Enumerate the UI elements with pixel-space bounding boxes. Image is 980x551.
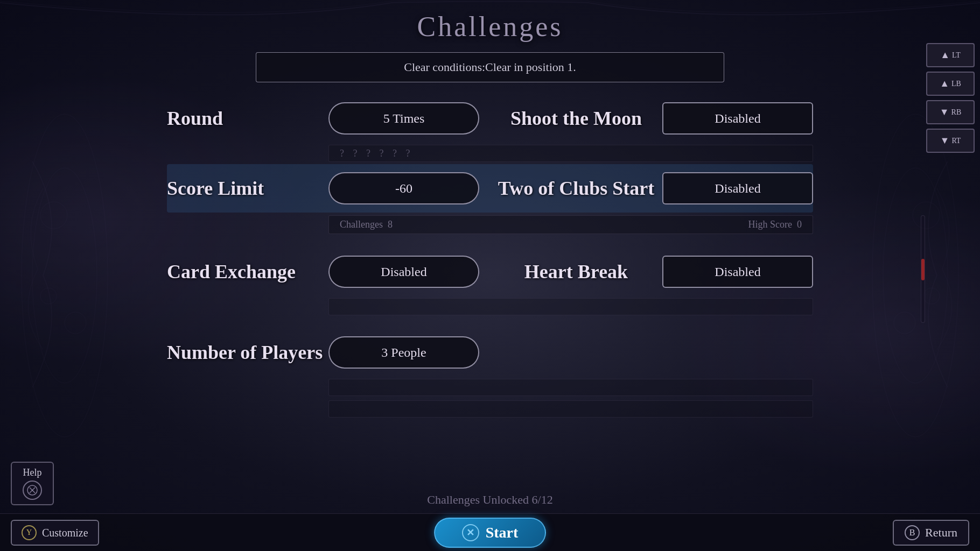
customize-button[interactable]: Y Customize	[11, 520, 99, 546]
shoot-moon-value-button[interactable]: Disabled	[662, 102, 813, 135]
rt-button[interactable]: ▼ RT	[926, 129, 975, 153]
score-limit-row: Score Limit -60 Two of Clubs Start Disab…	[167, 164, 813, 213]
challenges-unlocked-text: Challenges Unlocked 6/12	[427, 493, 552, 507]
heart-break-value-button[interactable]: Disabled	[662, 256, 813, 288]
spacer-1	[167, 237, 813, 248]
clear-conditions-text: Clear conditions:Clear in position 1.	[404, 60, 576, 74]
spacer-2	[167, 317, 813, 328]
help-button[interactable]: Help	[11, 462, 54, 505]
shoot-moon-label: Shoot the Moon	[479, 107, 662, 130]
return-button[interactable]: B Return	[893, 520, 969, 546]
question-marks-row: ? ? ? ? ? ?	[167, 143, 813, 164]
two-clubs-value-button[interactable]: Disabled	[662, 172, 813, 204]
lb-button[interactable]: ▲ LB	[926, 72, 975, 96]
round-value-button[interactable]: 5 Times	[328, 102, 479, 135]
card-exchange-label: Card Exchange	[167, 260, 328, 283]
card-exchange-row: Card Exchange Disabled Heart Break Disab…	[167, 248, 813, 296]
players-label: Number of Players	[167, 341, 328, 364]
round-row: Round 5 Times Shoot the Moon Disabled	[167, 94, 813, 143]
score-limit-value-button[interactable]: -60	[328, 172, 479, 204]
scroll-thumb	[921, 259, 925, 280]
main-container: Challenges Clear conditions:Clear in pos…	[0, 0, 980, 551]
return-label: Return	[925, 526, 957, 540]
card-exchange-sub-row	[167, 296, 813, 317]
players-row: Number of Players 3 People	[167, 328, 813, 377]
question-marks-text: ? ? ? ? ? ?	[340, 148, 413, 159]
right-controls: ▲ LT ▲ LB ▼ RB ▼ RT	[921, 38, 980, 158]
scroll-indicator	[921, 215, 925, 323]
clear-conditions-box: Clear conditions:Clear in position 1.	[256, 52, 724, 82]
players-sub-row-1	[167, 377, 813, 398]
bottom-bar: ✕ Start Y Customize B Return	[0, 513, 980, 551]
start-x-icon: ✕	[462, 524, 479, 541]
challenges-info-row: Challenges 8 High Score 0	[167, 213, 813, 237]
round-label: Round	[167, 107, 328, 130]
customize-label: Customize	[42, 527, 88, 539]
rb-button[interactable]: ▼ RB	[926, 100, 975, 124]
page-title: Challenges	[417, 11, 563, 43]
return-b-icon: B	[905, 525, 920, 540]
question-marks-bar: ? ? ? ? ? ?	[328, 145, 813, 162]
high-score-label: High Score 0	[748, 219, 802, 230]
challenges-info-bar: Challenges 8 High Score 0	[328, 215, 813, 234]
heart-break-label: Heart Break	[479, 260, 662, 283]
customize-y-icon: Y	[22, 525, 37, 540]
help-icon	[23, 481, 42, 500]
start-button[interactable]: ✕ Start	[434, 518, 547, 548]
card-exchange-sub-bar	[328, 298, 813, 315]
players-sub-row-2	[167, 398, 813, 420]
challenges-count-label: Challenges 8	[340, 219, 393, 230]
players-sub-bar-2	[328, 400, 813, 418]
players-value-button[interactable]: 3 People	[328, 336, 479, 369]
help-label: Help	[23, 467, 42, 478]
players-sub-bar-1	[328, 379, 813, 396]
score-limit-label: Score Limit	[167, 177, 328, 200]
card-exchange-value-button[interactable]: Disabled	[328, 256, 479, 288]
settings-grid: Round 5 Times Shoot the Moon Disabled ? …	[167, 94, 813, 420]
two-clubs-label: Two of Clubs Start	[479, 177, 662, 200]
start-label: Start	[486, 524, 519, 541]
lt-button[interactable]: ▲ LT	[926, 43, 975, 67]
